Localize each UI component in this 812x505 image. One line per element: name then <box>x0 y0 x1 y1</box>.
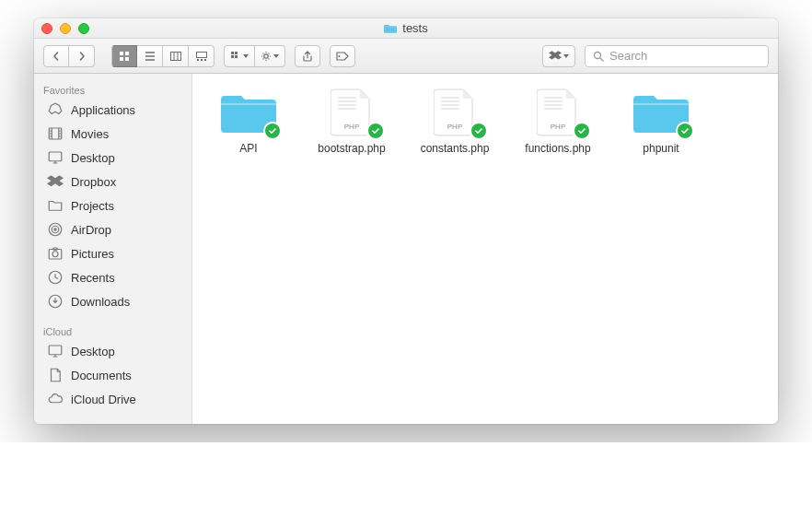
svg-rect-9 <box>231 52 234 54</box>
svg-point-15 <box>595 52 601 58</box>
svg-rect-3 <box>125 57 129 61</box>
sidebar-item-label: Desktop <box>71 345 115 358</box>
list-view-button[interactable] <box>137 45 163 67</box>
pictures-icon <box>47 245 64 262</box>
view-buttons <box>111 45 215 67</box>
svg-text:PHP: PHP <box>551 123 565 131</box>
sync-badge-icon <box>263 122 282 140</box>
downloads-icon <box>47 293 64 310</box>
svg-rect-10 <box>235 52 238 54</box>
dropbox-icon <box>47 173 64 190</box>
svg-rect-7 <box>201 59 203 61</box>
applications-icon <box>47 101 64 118</box>
sidebar-section-favorites: Favorites <box>34 79 191 98</box>
nav-buttons <box>43 45 95 67</box>
sidebar-item-projects[interactable]: Projects <box>34 194 191 217</box>
dropbox-toolbar-button[interactable] <box>542 45 575 67</box>
list-icon <box>145 51 156 62</box>
sidebar-item-label: Recents <box>71 271 115 285</box>
folder-icon <box>47 197 64 214</box>
documents-icon <box>47 367 64 383</box>
file-label: phpunit <box>643 142 679 155</box>
sidebar-item-label: Applications <box>71 103 135 117</box>
sidebar-item-icloud-drive[interactable]: iCloud Drive <box>34 387 191 411</box>
search-placeholder: Search <box>609 49 647 63</box>
dropbox-icon <box>549 50 562 63</box>
sync-badge-icon <box>676 122 694 140</box>
window-body: Favorites Applications Movies Desktop Dr… <box>34 74 778 424</box>
svg-rect-17 <box>49 152 62 161</box>
sidebar-item-label: AirDrop <box>71 223 111 237</box>
file-item[interactable]: API <box>211 88 286 155</box>
window-title-text: tests <box>402 21 427 35</box>
file-item[interactable]: PHP functions.php <box>520 88 596 155</box>
chevron-down-icon <box>563 54 569 58</box>
folder-title-icon <box>384 23 397 33</box>
content-area[interactable]: API PHP bootstrap.php PHP constants.php … <box>192 74 778 424</box>
icloud-icon <box>47 391 64 407</box>
traffic-lights <box>41 23 89 34</box>
search-icon <box>593 51 604 62</box>
forward-button[interactable] <box>69 45 95 67</box>
sidebar-item-label: iCloud Drive <box>71 393 136 406</box>
titlebar[interactable]: tests <box>34 18 778 39</box>
tag-icon <box>336 52 349 61</box>
sidebar-item-label: Projects <box>71 199 114 213</box>
sidebar-item-dropbox[interactable]: Dropbox <box>34 170 191 194</box>
sidebar-item-desktop[interactable]: Desktop <box>34 146 191 170</box>
sync-badge-icon <box>366 122 385 140</box>
window-title: tests <box>34 21 778 35</box>
svg-rect-2 <box>120 57 123 61</box>
sidebar-section-icloud: iCloud <box>34 321 191 339</box>
minimize-button[interactable] <box>60 23 71 34</box>
sidebar-item-recents[interactable]: Recents <box>34 265 191 289</box>
desktop-icon <box>47 149 64 166</box>
svg-rect-4 <box>170 52 180 60</box>
sidebar-item-icloud-desktop[interactable]: Desktop <box>34 339 191 363</box>
svg-point-13 <box>264 53 268 57</box>
svg-rect-12 <box>235 55 238 58</box>
sidebar-item-downloads[interactable]: Downloads <box>34 289 191 313</box>
share-button[interactable] <box>295 45 320 67</box>
chevron-down-icon <box>243 54 249 58</box>
arrange-buttons <box>224 45 285 67</box>
movies-icon <box>47 125 64 142</box>
sidebar-item-movies[interactable]: Movies <box>34 122 191 146</box>
toolbar: Search <box>34 39 778 74</box>
recents-icon <box>47 269 64 286</box>
columns-icon <box>170 51 181 62</box>
file-item[interactable]: PHP constants.php <box>417 88 493 155</box>
sidebar-item-applications[interactable]: Applications <box>34 98 191 122</box>
zoom-button[interactable] <box>78 23 89 34</box>
icon-view-button[interactable] <box>111 45 137 67</box>
arrange-icon <box>230 51 241 62</box>
search-field[interactable]: Search <box>585 45 769 67</box>
close-button[interactable] <box>41 23 52 34</box>
svg-point-22 <box>52 252 58 257</box>
column-view-button[interactable] <box>163 45 189 67</box>
file-item[interactable]: phpunit <box>623 88 699 155</box>
sidebar-item-pictures[interactable]: Pictures <box>34 241 191 265</box>
sidebar[interactable]: Favorites Applications Movies Desktop Dr… <box>34 74 192 424</box>
file-item[interactable]: PHP bootstrap.php <box>314 88 389 155</box>
svg-rect-11 <box>231 55 234 58</box>
share-icon <box>302 51 313 62</box>
sidebar-item-documents[interactable]: Documents <box>34 363 191 387</box>
file-icon-wrap: PHP <box>425 88 484 136</box>
svg-text:PHP: PHP <box>447 123 462 131</box>
svg-rect-26 <box>49 346 62 355</box>
gallery-view-button[interactable] <box>189 45 215 67</box>
file-icon-wrap <box>632 88 690 136</box>
svg-rect-0 <box>120 52 123 55</box>
desktop-icon <box>47 343 64 359</box>
file-label: bootstrap.php <box>318 142 385 155</box>
sidebar-item-airdrop[interactable]: AirDrop <box>34 217 191 241</box>
back-button[interactable] <box>43 45 69 67</box>
svg-point-14 <box>339 55 341 57</box>
action-button[interactable] <box>255 45 285 67</box>
file-label: constants.php <box>421 142 490 155</box>
arrange-button[interactable] <box>224 45 255 67</box>
grid-icon <box>119 51 130 62</box>
sync-badge-icon <box>573 122 591 140</box>
tags-button[interactable] <box>330 45 355 67</box>
